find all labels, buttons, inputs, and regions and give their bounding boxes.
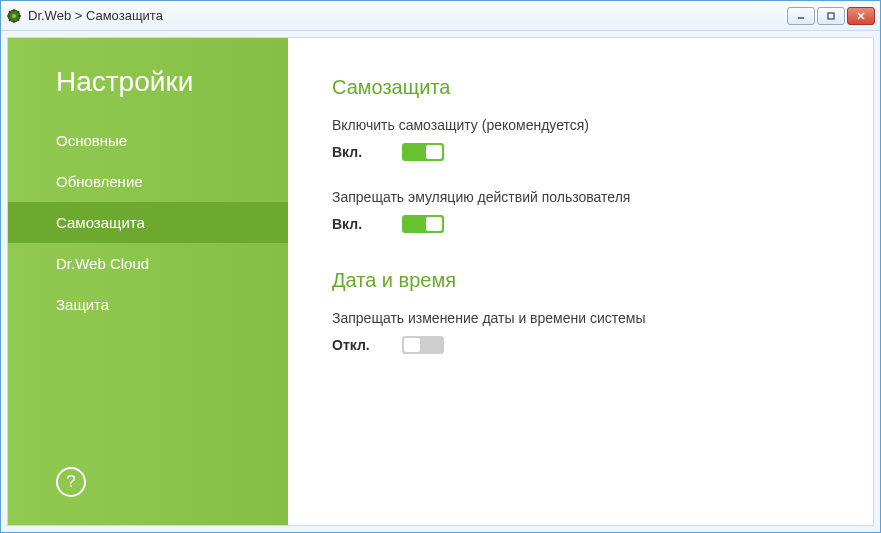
toggle-block-emulation[interactable] bbox=[402, 215, 444, 233]
sidebar-item-label: Dr.Web Cloud bbox=[56, 255, 149, 272]
main-panel: Самозащита Включить самозащиту (рекоменд… bbox=[288, 38, 873, 525]
help-icon[interactable]: ? bbox=[56, 467, 86, 497]
sidebar: Настройки Основные Обновление Самозащита… bbox=[8, 38, 288, 525]
toggle-knob bbox=[426, 217, 442, 231]
sidebar-item-label: Защита bbox=[56, 296, 109, 313]
setting-state-label: Откл. bbox=[332, 337, 402, 353]
setting-row-block-datetime: Откл. bbox=[332, 336, 829, 354]
window-controls bbox=[787, 7, 875, 25]
sidebar-title: Настройки bbox=[8, 38, 288, 120]
window-title: Dr.Web > Самозащита bbox=[28, 8, 787, 23]
maximize-button[interactable] bbox=[817, 7, 845, 25]
toggle-knob bbox=[426, 145, 442, 159]
minimize-button[interactable] bbox=[787, 7, 815, 25]
section-title-datetime: Дата и время bbox=[332, 269, 829, 292]
sidebar-item-label: Обновление bbox=[56, 173, 143, 190]
help-label: ? bbox=[66, 472, 75, 492]
content-wrap: Настройки Основные Обновление Самозащита… bbox=[1, 31, 880, 532]
toggle-enable-selfprotection[interactable] bbox=[402, 143, 444, 161]
content: Настройки Основные Обновление Самозащита… bbox=[7, 37, 874, 526]
close-button[interactable] bbox=[847, 7, 875, 25]
sidebar-item-selfprotection[interactable]: Самозащита bbox=[8, 202, 288, 243]
svg-point-1 bbox=[12, 14, 16, 18]
svg-rect-11 bbox=[828, 13, 834, 19]
sidebar-item-update[interactable]: Обновление bbox=[8, 161, 288, 202]
titlebar: Dr.Web > Самозащита bbox=[1, 1, 880, 31]
section-title-selfprotection: Самозащита bbox=[332, 76, 829, 99]
setting-desc-block-datetime: Запрещать изменение даты и времени систе… bbox=[332, 310, 829, 326]
setting-row-enable-selfprotection: Вкл. bbox=[332, 143, 829, 161]
app-window: Dr.Web > Самозащита Настройки Основные bbox=[0, 0, 881, 533]
sidebar-item-protection[interactable]: Защита bbox=[8, 284, 288, 325]
setting-state-label: Вкл. bbox=[332, 216, 402, 232]
app-icon bbox=[6, 8, 22, 24]
sidebar-item-label: Самозащита bbox=[56, 214, 145, 231]
sidebar-item-label: Основные bbox=[56, 132, 127, 149]
setting-desc-block-emulation: Запрещать эмуляцию действий пользователя bbox=[332, 189, 829, 205]
sidebar-item-general[interactable]: Основные bbox=[8, 120, 288, 161]
toggle-block-datetime[interactable] bbox=[402, 336, 444, 354]
setting-row-block-emulation: Вкл. bbox=[332, 215, 829, 233]
sidebar-footer: ? bbox=[56, 467, 86, 497]
setting-desc-enable-selfprotection: Включить самозащиту (рекомендуется) bbox=[332, 117, 829, 133]
setting-state-label: Вкл. bbox=[332, 144, 402, 160]
toggle-knob bbox=[404, 338, 420, 352]
sidebar-item-cloud[interactable]: Dr.Web Cloud bbox=[8, 243, 288, 284]
